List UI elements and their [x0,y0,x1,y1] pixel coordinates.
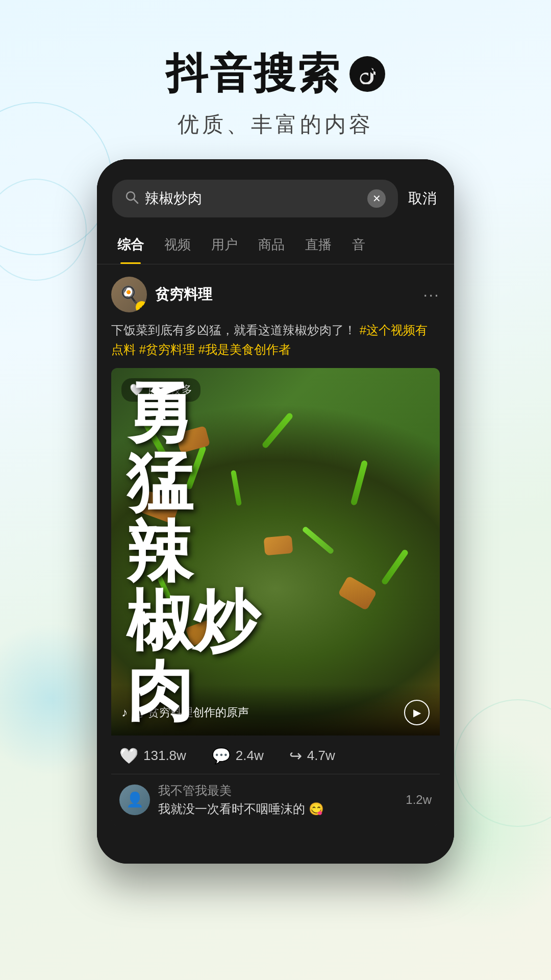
comments-value: 2.4w [236,748,264,764]
comment-preview: 👤 我不管我最美 我就没一次看时不咽唾沫的 😋 1.2w [111,774,440,825]
likes-value: 131.8w [143,748,186,764]
tiktok-logo [349,56,385,92]
video-image-area: 🤍 点赞较多 勇猛辣椒炒肉 ♪ [111,368,440,736]
app-title: 抖音搜索 [0,46,551,102]
content-area: 🍳 ✓ 贫穷料理 ··· 下饭菜到底有多凶猛，就看这道辣椒炒肉了！ #这个视频有… [97,264,454,838]
likes-count[interactable]: 🤍 131.8w [119,747,186,765]
tab-综合[interactable]: 综合 [107,226,154,264]
cancel-button[interactable]: 取消 [406,185,439,212]
comment-like-count: 1.2w [406,793,432,807]
phone-device: 辣椒炒肉 ✕ 取消 综合 视频 用户 商品 [97,159,454,864]
comments-count[interactable]: 💬 2.4w [212,747,264,765]
phone-screen: 辣椒炒肉 ✕ 取消 综合 视频 用户 商品 [97,159,454,864]
app-title-text: 抖音搜索 [166,46,341,102]
shares-count[interactable]: ↪ 4.7w [289,747,335,765]
share-icon: ↪ [289,747,302,765]
video-thumbnail[interactable]: 🤍 点赞较多 勇猛辣椒炒肉 ♪ [111,368,440,825]
heart-icon: 🤍 [119,747,138,765]
search-input-box[interactable]: 辣椒炒肉 ✕ [112,180,398,217]
tab-视频[interactable]: 视频 [154,226,201,264]
post-description: 下饭菜到底有多凶猛，就看这道辣椒炒肉了！ #这个视频有点料 #贫穷料理 #我是美… [111,321,440,360]
clear-search-button[interactable]: ✕ [367,189,386,208]
svg-line-1 [134,199,138,203]
tabs-row: 综合 视频 用户 商品 直播 音 [97,226,454,264]
desc-normal-text: 下饭菜到底有多凶猛，就看这道辣椒炒肉了！ [111,323,356,337]
username-label: 贫穷料理 [155,285,423,304]
tab-用户[interactable]: 用户 [201,226,248,264]
commenter-username: 我不管我最美 [158,782,397,799]
verified-badge: ✓ [136,301,147,312]
search-bar-area: 辣椒炒肉 ✕ 取消 [97,159,454,226]
video-text-overlay: 勇猛辣椒炒肉 [111,368,440,736]
shares-value: 4.7w [307,748,335,764]
post-user-row: 🍳 ✓ 贫穷料理 ··· [111,277,440,312]
tab-音[interactable]: 音 [342,226,375,264]
engagement-row: 🤍 131.8w 💬 2.4w ↪ 4.7w [111,736,440,774]
video-overlay-text: 勇猛辣椒炒肉 [127,378,259,726]
search-icon [124,190,139,207]
comment-content: 我不管我最美 我就没一次看时不咽唾沫的 😋 [158,782,397,817]
tiktok-logo-icon [357,64,378,84]
more-options-button[interactable]: ··· [423,285,440,304]
comment-icon: 💬 [212,747,231,765]
user-avatar: 🍳 ✓ [111,277,147,312]
tab-直播[interactable]: 直播 [295,226,342,264]
commenter-avatar: 👤 [119,785,150,815]
tab-商品[interactable]: 商品 [248,226,295,264]
comment-text: 我就没一次看时不咽唾沫的 😋 [158,801,397,817]
search-query-text: 辣椒炒肉 [145,189,361,208]
